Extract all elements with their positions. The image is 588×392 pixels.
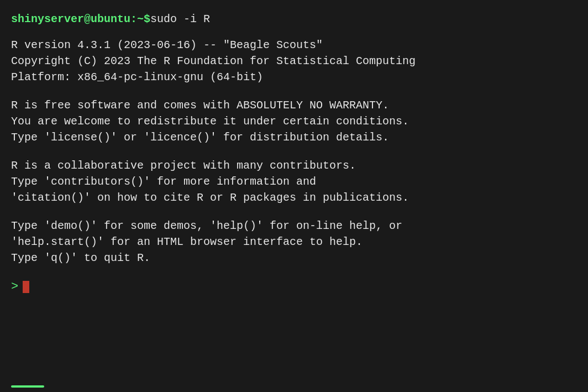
command-prompt-line: shinyserver@ubuntu:~$ sudo -i R: [11, 11, 577, 27]
output-line-3-2: Type 'contributors()' for more informati…: [11, 174, 577, 190]
prompt-command: sudo -i R: [150, 11, 210, 27]
bottom-bar: [11, 385, 44, 388]
output-line-1-3: Platform: x86_64-pc-linux-gnu (64-bit): [11, 69, 577, 85]
r-prompt-line[interactable]: >: [11, 278, 577, 296]
cursor: [23, 281, 29, 293]
output-line-2-3: Type 'license()' or 'licence()' for dist…: [11, 129, 577, 145]
terminal-window[interactable]: shinyserver@ubuntu:~$ sudo -i R R versio…: [11, 11, 577, 296]
output-line-4-3: Type 'q()' to quit R.: [11, 250, 577, 266]
output-block-3: R is a collaborative project with many c…: [11, 158, 577, 206]
output-line-3-3: 'citation()' on how to cite R or R packa…: [11, 190, 577, 206]
output-line-2-1: R is free software and comes with ABSOLU…: [11, 97, 577, 113]
output-line-1-1: R version 4.3.1 (2023-06-16) -- "Beagle …: [11, 37, 577, 53]
output-line-2-2: You are welcome to redistribute it under…: [11, 113, 577, 129]
output-line-3-1: R is a collaborative project with many c…: [11, 158, 577, 174]
output-block-1: R version 4.3.1 (2023-06-16) -- "Beagle …: [11, 37, 577, 85]
output-block-4: Type 'demo()' for some demos, 'help()' f…: [11, 218, 577, 266]
output-line-4-2: 'help.start()' for an HTML browser inter…: [11, 234, 577, 250]
prompt-user: shinyserver@ubuntu:~$: [11, 11, 150, 27]
r-prompt-symbol: >: [11, 278, 18, 296]
output-line-4-1: Type 'demo()' for some demos, 'help()' f…: [11, 218, 577, 234]
output-block-2: R is free software and comes with ABSOLU…: [11, 97, 577, 145]
output-line-1-2: Copyright (C) 2023 The R Foundation for …: [11, 53, 577, 69]
